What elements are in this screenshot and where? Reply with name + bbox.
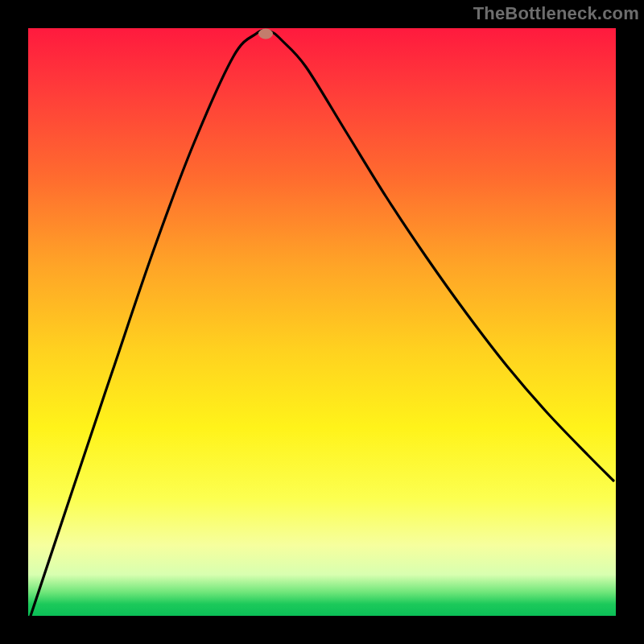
curve-svg [28,28,616,616]
bottleneck-curve [31,31,613,616]
watermark-text: TheBottleneck.com [473,3,639,24]
minimum-marker-icon [258,29,273,39]
chart-frame: TheBottleneck.com [0,0,644,644]
gradient-plot-area [28,28,616,616]
